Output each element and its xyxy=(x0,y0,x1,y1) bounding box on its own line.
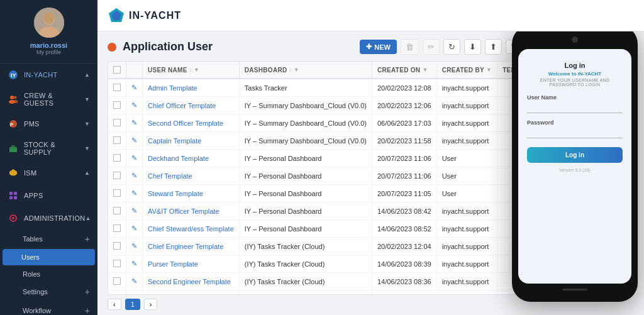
sort-icon-dashboard[interactable]: ↕ xyxy=(289,67,291,73)
sidebar-label-crew-guests: CREW & GUESTS xyxy=(24,92,84,107)
main-content: IN-YACHT Application User ✚ NEW 🗑 ✏ ↻ ⬇ … xyxy=(97,0,644,315)
plus-icon-settings: + xyxy=(85,287,90,297)
delete-button[interactable]: 🗑 xyxy=(401,39,419,55)
sidebar-item-stock-supply[interactable]: STOCK & SUPPLY ▼ xyxy=(0,135,97,162)
svg-rect-14 xyxy=(9,192,13,195)
svg-rect-15 xyxy=(14,192,17,195)
row-created-on: 20/02/2023 12:04 xyxy=(372,238,437,255)
row-edit-cell[interactable]: ✎ xyxy=(126,79,143,97)
row-edit-cell[interactable]: ✎ xyxy=(126,150,143,167)
row-checkbox-cell xyxy=(108,255,126,273)
sidebar-item-crew-guests[interactable]: CREW & GUESTS ▼ xyxy=(0,86,97,113)
filter-icon-username[interactable]: ▼ xyxy=(194,67,199,73)
row-created-on: 20/07/2023 11:02 xyxy=(372,290,437,296)
administration-icon xyxy=(8,213,19,224)
svg-point-6 xyxy=(10,96,14,99)
sidebar-label-apps: APPS xyxy=(24,192,43,199)
row-username: Chief Steward/ess Template xyxy=(143,220,240,238)
sidebar-item-pms[interactable]: P PMS ▼ xyxy=(0,113,97,135)
row-edit-cell[interactable]: ✎ xyxy=(126,114,143,132)
sidebar-label-in-yacht: IN-YACHT xyxy=(24,71,58,79)
row-username: Chief Engineer Template xyxy=(143,238,240,255)
page-title: Application User xyxy=(123,40,353,53)
row-dashboard: IY – Summary Dashboard_Cloud (V0.0) xyxy=(239,114,372,132)
page-indicator xyxy=(108,43,116,52)
row-dashboard: IY – Summary Dashboard_Cloud (V0.0) xyxy=(239,132,372,150)
sidebar-label-administration: ADMINISTRATION xyxy=(24,214,86,222)
row-username: Bosun Template xyxy=(143,290,240,296)
row-edit-cell[interactable]: ✎ xyxy=(126,238,143,255)
sidebar-item-workflow[interactable]: Workflow + xyxy=(0,301,97,315)
row-created-by: inyacht.support xyxy=(436,97,497,114)
row-edit-cell[interactable]: ✎ xyxy=(126,167,143,185)
row-checkbox-cell xyxy=(108,150,126,167)
phone-version: Version 5.0 (26) xyxy=(559,168,590,172)
svg-rect-16 xyxy=(9,196,13,199)
chevron-down-icon-pms: ▼ xyxy=(84,121,90,127)
apps-icon xyxy=(8,190,19,201)
page-1-button[interactable]: 1 xyxy=(125,299,140,310)
row-created-by: inyacht.support xyxy=(436,220,497,238)
sidebar-item-settings[interactable]: Settings + xyxy=(0,282,97,301)
row-edit-cell[interactable]: ✎ xyxy=(126,97,143,114)
row-edit-cell[interactable]: ✎ xyxy=(126,132,143,150)
phone-password-input[interactable] xyxy=(527,127,623,138)
row-edit-cell[interactable]: ✎ xyxy=(126,220,143,238)
th-username: USER NAME↕▼ xyxy=(143,62,240,79)
sidebar-item-tables[interactable]: Tables + xyxy=(0,229,97,248)
sidebar-item-roles[interactable]: Roles xyxy=(0,266,97,282)
row-edit-cell[interactable]: ✎ xyxy=(126,290,143,296)
row-checkbox-cell xyxy=(108,238,126,255)
sidebar-item-apps[interactable]: APPS xyxy=(0,184,97,207)
th-checkbox xyxy=(108,62,126,79)
row-created-by: inyacht.support xyxy=(436,255,497,273)
logo-text: IN-YACHT xyxy=(129,10,181,21)
upload-button[interactable]: ⬆ xyxy=(485,39,502,55)
phone-username-label: User Name xyxy=(527,94,557,101)
sidebar-item-administration[interactable]: ADMINISTRATION ▲ xyxy=(0,207,97,229)
row-edit-cell[interactable]: ✎ xyxy=(126,202,143,220)
phone-camera xyxy=(572,36,578,43)
row-username: Steward Template xyxy=(143,185,240,202)
row-edit-cell[interactable]: ✎ xyxy=(126,185,143,202)
row-created-by: User xyxy=(436,290,497,296)
row-username: Second Engineer Template xyxy=(143,273,240,290)
workflow-label: Workflow xyxy=(23,307,51,314)
filter-icon-dashboard[interactable]: ▼ xyxy=(294,67,299,73)
row-created-on: 20/02/2023 11:58 xyxy=(372,132,437,150)
row-dashboard: IY – Personal Dashboard xyxy=(239,220,372,238)
tables-label: Tables xyxy=(23,235,43,243)
phone-username-input[interactable] xyxy=(527,102,623,113)
row-dashboard: IY – Personal Dashboard xyxy=(239,150,372,167)
row-created-on: 06/06/2023 17:03 xyxy=(372,114,437,132)
filter-icon-created-by[interactable]: ▼ xyxy=(486,67,492,73)
row-dashboard: IY – Personal Dashboard xyxy=(239,167,372,185)
phone-home-bar xyxy=(562,289,587,290)
svg-point-19 xyxy=(12,217,14,219)
new-button[interactable]: ✚ NEW xyxy=(360,40,397,54)
chevron-down-icon: ▼ xyxy=(84,96,90,102)
row-checkbox-cell xyxy=(108,220,126,238)
row-edit-cell[interactable]: ✎ xyxy=(126,273,143,290)
row-created-by: User xyxy=(436,167,497,185)
chevron-up-icon: ▲ xyxy=(84,72,90,78)
phone-login-button[interactable]: Log in xyxy=(527,147,623,163)
download-button[interactable]: ⬇ xyxy=(464,39,481,55)
sidebar-item-in-yacht[interactable]: IY IN-YACHT ▲ xyxy=(0,64,97,86)
row-created-by: inyacht.support xyxy=(436,238,497,255)
edit-button[interactable]: ✏ xyxy=(423,39,440,55)
row-created-by: User xyxy=(436,150,497,167)
pms-icon: P xyxy=(8,118,19,130)
row-created-by: inyacht.support xyxy=(436,202,497,220)
sidebar-item-users[interactable]: Users xyxy=(3,249,95,265)
row-created-on: 14/06/2023 08:36 xyxy=(372,273,437,290)
sidebar-nav: IY IN-YACHT ▲ CREW & GUESTS xyxy=(0,64,97,315)
sort-icon-username[interactable]: ↕ xyxy=(189,67,192,73)
row-edit-cell[interactable]: ✎ xyxy=(126,255,143,273)
prev-page-button[interactable]: ‹ xyxy=(108,299,121,310)
refresh-button[interactable]: ↻ xyxy=(443,39,460,55)
filter-icon-created-on[interactable]: ▼ xyxy=(422,67,428,73)
svg-text:IY: IY xyxy=(11,72,16,79)
sidebar-item-ism[interactable]: ISM ▲ xyxy=(0,162,97,184)
next-page-button[interactable]: › xyxy=(144,299,158,310)
